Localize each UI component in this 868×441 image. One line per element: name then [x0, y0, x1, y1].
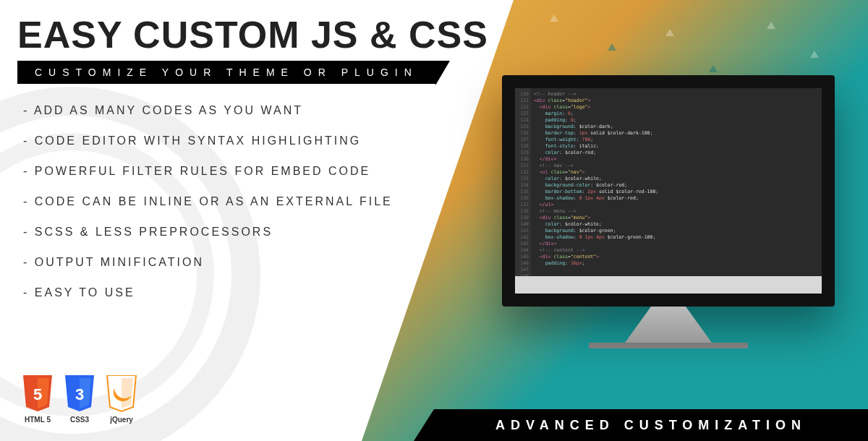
- badge-label: CSS3: [70, 416, 89, 424]
- svg-text:5: 5: [33, 385, 42, 403]
- monitor-base: [589, 343, 748, 348]
- subtitle: CUSTOMIZE YOUR THEME OR PLUGIN: [17, 61, 435, 84]
- badge-jquery: jQuery: [104, 375, 139, 424]
- badge-css3: 3 CSS3: [62, 375, 97, 424]
- jquery-shield-icon: [104, 375, 139, 414]
- badge-label: jQuery: [110, 416, 133, 424]
- monitor-mockup: 1201211221231241251261271281291301311321…: [502, 75, 835, 348]
- page-title: EASY CUSTOM JS & CSS: [17, 13, 868, 56]
- html5-shield-icon: 5: [20, 375, 55, 414]
- header: EASY CUSTOM JS & CSS CUSTOMIZE YOUR THEM…: [0, 0, 868, 84]
- badge-label: HTML 5: [25, 416, 51, 424]
- footer-banner: ADVANCED CUSTOMIZATION: [434, 409, 868, 441]
- code-editor: 1201211221231241251261271281291301311321…: [515, 88, 822, 276]
- svg-text:3: 3: [75, 385, 84, 403]
- badge-html5: 5 HTML 5: [20, 375, 55, 424]
- monitor-chin: [515, 276, 822, 294]
- code-content: <!-- header --> <div class="header"> <di…: [531, 88, 663, 276]
- footer-text: ADVANCED CUSTOMIZATION: [495, 418, 807, 433]
- monitor-screen: 1201211221231241251261271281291301311321…: [502, 75, 835, 307]
- css3-shield-icon: 3: [62, 375, 97, 414]
- line-numbers: 1201211221231241251261271281291301311321…: [515, 88, 531, 276]
- monitor-stand: [625, 307, 712, 343]
- tech-badges: 5 HTML 5 3 CSS3 jQuery: [20, 375, 139, 424]
